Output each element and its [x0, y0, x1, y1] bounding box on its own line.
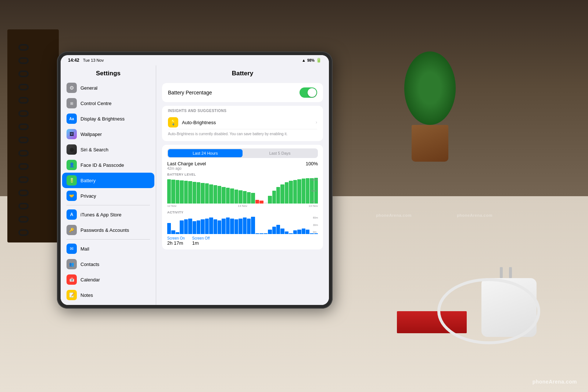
- axis-date-1: 12 Nov: [167, 204, 176, 208]
- toggle-knob: [308, 88, 316, 97]
- calendar-icon: 📅: [67, 274, 77, 285]
- battery-icon: 🔋: [67, 175, 77, 186]
- sidebar-item-siri-search[interactable]: ◎ Siri & Search: [62, 142, 154, 157]
- face-id-icon: 👤: [67, 160, 77, 170]
- activity-chart: [167, 216, 318, 234]
- sidebar-item-reminders[interactable]: ○ Reminders: [62, 303, 154, 305]
- general-icon: ⚙: [67, 83, 77, 93]
- sidebar-divider-2: [67, 239, 150, 240]
- battery-icon: 🔋: [316, 58, 322, 63]
- status-time: 14:42: [68, 58, 79, 63]
- battery-pct-label: Battery Percentage: [168, 90, 212, 96]
- notebook: [7, 29, 59, 242]
- last-charge-title: Last Charge Level: [167, 161, 206, 166]
- usb-cable: [393, 271, 540, 344]
- sidebar: Settings ⚙ General ⊞ Control Centre Aa D…: [61, 65, 156, 305]
- sidebar-item-battery[interactable]: 🔋 Battery: [62, 173, 154, 188]
- battery-content: Battery Percentage INSIGHTS AND SUGGESTI…: [156, 80, 329, 256]
- auto-brightness-desc: Auto-Brightness is currently disabled. Y…: [168, 132, 317, 137]
- itunes-icon: A: [67, 209, 77, 220]
- tab-last-24-hours[interactable]: Last 24 Hours: [168, 149, 243, 157]
- main-title: Battery: [156, 65, 329, 80]
- sidebar-item-wallpaper[interactable]: 🖼 Wallpaper: [62, 126, 154, 142]
- sidebar-item-mail[interactable]: ✉ Mail: [62, 241, 154, 256]
- last-charge-row: Last Charge Level 42m ago 100%: [167, 161, 318, 170]
- battery-label: Battery: [80, 178, 96, 183]
- sidebar-title: Settings: [61, 65, 156, 80]
- battery-level-chart: [167, 178, 318, 204]
- mail-icon: ✉: [67, 244, 77, 254]
- screen-on-value: 2h 17m: [167, 240, 185, 246]
- screen-off-label: Screen Off: [192, 236, 210, 240]
- calendar-label: Calendar: [80, 277, 100, 283]
- last-charge-pct: 100%: [306, 161, 318, 166]
- display-icon: Aa: [67, 114, 77, 124]
- ipad-screen: 14:42 Tue 13 Nov ▲ 98% 🔋 Settings ⚙: [61, 55, 329, 305]
- battery-percentage-toggle[interactable]: [300, 87, 317, 98]
- control-centre-label: Control Centre: [80, 101, 112, 106]
- notes-icon: 📝: [67, 290, 77, 300]
- screen-off-value: 1m: [192, 240, 210, 246]
- last-charge-time: 42m ago: [167, 166, 206, 170]
- content-area: Settings ⚙ General ⊞ Control Centre Aa D…: [61, 65, 329, 305]
- plant: [401, 44, 459, 162]
- passwords-label: Passwords & Accounts: [80, 227, 129, 233]
- insights-section: INSIGHTS AND SUGGESTIONS 💡 Auto-Brightne…: [162, 106, 323, 141]
- battery-level-right-axis: 100% 80% 0%: [311, 178, 318, 204]
- battery-indicator: 98%: [307, 58, 315, 62]
- activity-label: ACTIVITY: [167, 211, 318, 214]
- screen-stats: Screen On 2h 17m Screen Off 1m: [167, 236, 318, 246]
- sidebar-item-display-brightness[interactable]: Aa Display & Brightness: [62, 111, 154, 126]
- sidebar-item-privacy[interactable]: 🤝 Privacy: [62, 188, 154, 204]
- status-bar: 14:42 Tue 13 Nov ▲ 98% 🔋: [61, 55, 329, 65]
- sidebar-item-contacts[interactable]: 👥 Contacts: [62, 256, 154, 272]
- face-id-label: Face ID & Passcode: [80, 162, 124, 168]
- sidebar-item-general[interactable]: ⚙ General: [62, 80, 154, 96]
- battery-chart-card: Last 24 Hours Last 5 Days Last Charge Le…: [162, 145, 323, 249]
- sidebar-item-calendar[interactable]: 📅 Calendar: [62, 272, 154, 287]
- control-centre-icon: ⊞: [67, 98, 77, 108]
- auto-brightness-row[interactable]: 💡 Auto-Brightness ›: [168, 116, 317, 129]
- contacts-label: Contacts: [80, 262, 99, 267]
- siri-icon: ◎: [67, 144, 77, 155]
- battery-chart-axis: 12 Nov 13 Nov 13 Nov: [167, 204, 318, 208]
- auto-brightness-label: Auto-Brightness: [182, 120, 312, 125]
- main-content: Battery Battery Percentage INSIGHTS AND …: [156, 65, 329, 305]
- contacts-icon: 👥: [67, 259, 77, 269]
- status-date: Tue 13 Nov: [83, 58, 104, 62]
- wifi-icon: ▲: [302, 58, 306, 62]
- display-label: Display & Brightness: [80, 116, 125, 122]
- watermark-2: phoneArena.com: [457, 213, 492, 217]
- tab-last-5-days[interactable]: Last 5 Days: [243, 149, 317, 157]
- notes-label: Notes: [80, 292, 93, 298]
- ipad-wrapper: 14:42 Tue 13 Nov ▲ 98% 🔋 Settings ⚙: [57, 51, 333, 309]
- siri-label: Siri & Search: [80, 147, 108, 152]
- sidebar-item-control-centre[interactable]: ⊞ Control Centre: [62, 96, 154, 111]
- battery-percentage-row: Battery Percentage: [162, 83, 323, 102]
- activity-right-axis: 60m 30m 0m: [313, 216, 318, 234]
- privacy-label: Privacy: [80, 193, 96, 199]
- watermark-1: phoneArena.com: [376, 213, 412, 217]
- ipad-device: 14:42 Tue 13 Nov ▲ 98% 🔋 Settings ⚙: [57, 51, 333, 309]
- general-label: General: [80, 85, 97, 91]
- chevron-right-icon: ›: [316, 120, 317, 125]
- passwords-icon: 🔑: [67, 225, 77, 235]
- auto-brightness-icon: 💡: [168, 117, 178, 127]
- time-period-tabs: Last 24 Hours Last 5 Days: [167, 148, 318, 158]
- sidebar-item-notes[interactable]: 📝 Notes: [62, 287, 154, 303]
- axis-date-2: 13 Nov: [238, 204, 247, 208]
- screen-on-label: Screen On: [167, 236, 185, 240]
- privacy-icon: 🤝: [67, 191, 77, 201]
- watermark-main: phoneArena.com: [533, 379, 577, 385]
- screen-on-stat: Screen On 2h 17m: [167, 236, 185, 246]
- sidebar-item-itunes[interactable]: A iTunes & App Store: [62, 207, 154, 222]
- axis-date-3: 13 Nov: [309, 204, 318, 208]
- wallpaper-icon: 🖼: [67, 129, 77, 139]
- notebook-rings: [18, 29, 29, 242]
- sidebar-item-face-id[interactable]: 👤 Face ID & Passcode: [62, 157, 154, 173]
- sidebar-item-passwords[interactable]: 🔑 Passwords & Accounts: [62, 222, 154, 238]
- sidebar-divider-1: [67, 205, 150, 205]
- insights-title: INSIGHTS AND SUGGESTIONS: [168, 109, 317, 113]
- battery-level-label: BATTERY LEVEL: [167, 173, 318, 176]
- wallpaper-label: Wallpaper: [80, 132, 102, 137]
